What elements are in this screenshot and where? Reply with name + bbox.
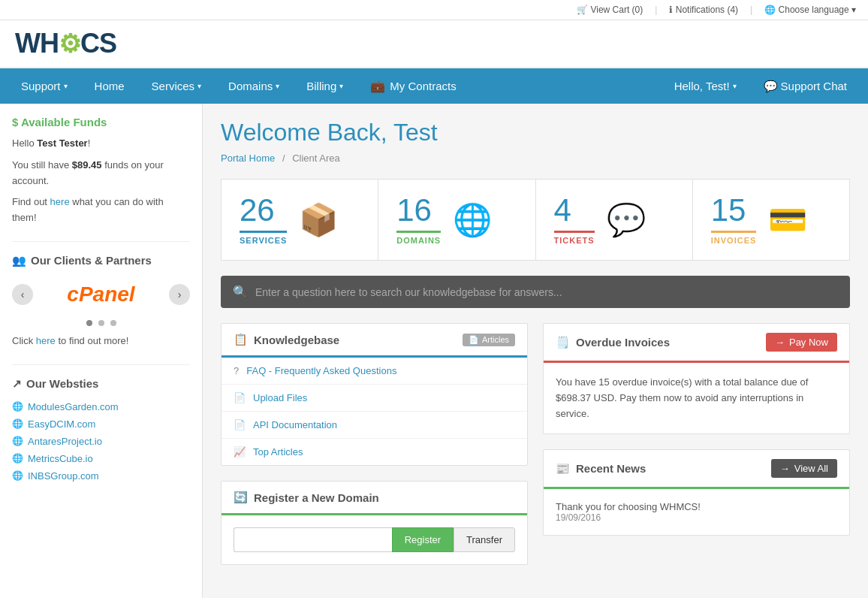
transfer-button[interactable]: Transfer (454, 527, 515, 552)
website-item[interactable]: 🌐 MetricsCube.io (12, 450, 190, 467)
search-input[interactable] (255, 286, 838, 298)
domains-label: DOMAINS (396, 231, 441, 245)
pay-now-button[interactable]: → Pay Now (766, 333, 837, 352)
knowledgebase-header: 📋 Knowledgebase 📄 Articles (222, 324, 527, 358)
partners-here-link[interactable]: here (36, 335, 56, 346)
sidebar-websites-title: ↗ Our Websties (12, 377, 190, 391)
register-button[interactable]: Register (392, 527, 454, 552)
domain-search-input[interactable] (234, 527, 392, 552)
sidebar-funds-section: $ Available Funds Hello Test Tester! You… (12, 116, 190, 226)
chat-icon: 💬 (764, 80, 778, 93)
funds-here-link[interactable]: here (50, 196, 70, 207)
recent-news-card: 📰 Recent News → View All Thank you for c… (543, 449, 850, 536)
top-bar: 🛒 View Cart (0) | ℹ Notifications (4) | … (0, 0, 868, 20)
domains-dropdown-icon: ▾ (276, 82, 279, 90)
faq-icon: ? (234, 365, 239, 376)
domain-form: Register Transfer (222, 515, 527, 564)
main-content: Welcome Back, Test Portal Home / Client … (203, 104, 868, 598)
sidebar-partners-title: 👥 Our Clients & Partners (12, 254, 190, 267)
breadcrumb-portal-home[interactable]: Portal Home (221, 153, 275, 164)
domain-icon: 🔄 (234, 491, 248, 504)
right-column: 🗒️ Overdue Invoices → Pay Now You have 1… (543, 323, 850, 580)
user-dropdown-icon: ▾ (733, 82, 737, 90)
notifications-link[interactable]: ℹ Notifications (4) (669, 5, 738, 15)
search-icon: 🔍 (233, 285, 248, 299)
nav-services[interactable]: Services ▾ (138, 68, 215, 104)
partners-carousel: ‹ cPanel › (12, 275, 190, 314)
nav-billing[interactable]: Billing ▾ (293, 68, 357, 104)
nav-support[interactable]: Support ▾ (8, 68, 81, 104)
sidebar-websites-section: ↗ Our Websties 🌐 ModulesGarden.com 🌐 Eas… (12, 377, 190, 485)
nav-domains[interactable]: Domains ▾ (215, 68, 293, 104)
logo-text-cs: CS (80, 28, 116, 59)
carousel-next-button[interactable]: › (169, 284, 190, 305)
domains-icon: 🌐 (453, 201, 492, 238)
cpanel-logo: cPanel (33, 282, 169, 307)
website-item[interactable]: 🌐 AntaresProject.io (12, 433, 190, 450)
news-icon: 📰 (556, 462, 570, 476)
search-bar: 🔍 (221, 276, 850, 308)
cart-link[interactable]: 🛒 View Cart (0) (577, 5, 643, 15)
globe-icon-3: 🌐 (12, 436, 23, 446)
overdue-invoices-card: 🗒️ Overdue Invoices → Pay Now You have 1… (543, 323, 850, 434)
breadcrumb: Portal Home / Client Area (221, 153, 850, 164)
sidebar-partners-section: 👥 Our Clients & Partners ‹ cPanel › Clic… (12, 254, 190, 349)
website-item[interactable]: 🌐 INBSGroup.com (12, 467, 190, 485)
carousel-dot-2 (98, 320, 104, 326)
news-header: 📰 Recent News → View All (544, 450, 849, 489)
nav-user[interactable]: Hello, Test! ▾ (661, 69, 750, 103)
globe-icon-1: 🌐 (12, 401, 23, 412)
page-title: Welcome Back, Test (221, 119, 850, 146)
sidebar-funds-text: You still have $89.45 funds on your acco… (12, 158, 190, 189)
sidebar-find-out: Find out here what you can do with them! (12, 195, 190, 226)
kb-top-articles[interactable]: 📈 Top Articles (222, 439, 527, 465)
domain-register-header: 🔄 Register a New Domain (222, 482, 527, 515)
tickets-icon: 💬 (607, 201, 646, 238)
api-icon: 📄 (234, 419, 246, 430)
website-item[interactable]: 🌐 EasyDCIM.com (12, 415, 190, 433)
stat-services[interactable]: 26 SERVICES 📦 (222, 180, 378, 260)
website-item[interactable]: 🌐 ModulesGarden.com (12, 398, 190, 415)
stat-domains[interactable]: 16 DOMAINS 🌐 (378, 180, 535, 260)
main-layout: $ Available Funds Hello Test Tester! You… (0, 104, 868, 598)
invoices-label: INVOICES (711, 231, 757, 245)
news-item-1: Thank you for choosing WHMCS! 19/09/2016 (544, 489, 849, 535)
carousel-dot-3 (110, 320, 116, 326)
arrow-right-icon: → (775, 337, 785, 348)
globe-icon-5: 🌐 (12, 470, 23, 481)
stats-row: 26 SERVICES 📦 16 DOMAINS 🌐 4 TICKETS 💬 (221, 179, 850, 261)
sidebar-divider-1 (12, 241, 190, 242)
sidebar-click-here: Click here to find out more! (12, 334, 190, 349)
carousel-dots (12, 320, 190, 326)
services-dropdown-icon: ▾ (197, 82, 201, 90)
nav-contracts[interactable]: 💼 My Contracts (357, 68, 469, 104)
invoice-icon: 🗒️ (556, 336, 570, 349)
kb-faq[interactable]: ? FAQ - Frequently Asked Questions (222, 358, 527, 385)
external-link-icon: ↗ (12, 377, 22, 391)
view-all-news-button[interactable]: → View All (771, 459, 837, 478)
carousel-prev-button[interactable]: ‹ (12, 284, 33, 305)
stat-tickets[interactable]: 4 TICKETS 💬 (536, 180, 693, 260)
services-count: 26 (240, 195, 287, 226)
domains-count: 16 (396, 195, 441, 226)
articles-badge: 📄 Articles (463, 334, 515, 346)
tickets-count: 4 (554, 195, 595, 226)
trending-icon: 📈 (234, 446, 246, 458)
nav-support-chat[interactable]: 💬 Support Chat (750, 69, 860, 104)
article-icon: 📄 (469, 335, 479, 345)
domain-register-card: 🔄 Register a New Domain Register Transfe… (221, 481, 528, 565)
logo-gear-icon: ⚙ (59, 29, 80, 59)
overdue-text: You have 15 overdue invoice(s) with a to… (544, 363, 849, 433)
support-dropdown-icon: ▾ (64, 82, 68, 90)
globe-icon-4: 🌐 (12, 453, 23, 464)
language-selector[interactable]: 🌐 Choose language ▾ (764, 5, 856, 15)
stat-invoices[interactable]: 15 INVOICES 💳 (693, 180, 849, 260)
services-label: SERVICES (240, 231, 287, 245)
invoices-count: 15 (711, 195, 757, 226)
nav-home[interactable]: Home (81, 68, 138, 104)
kb-api[interactable]: 📄 API Documentation (222, 412, 527, 439)
kb-upload[interactable]: 📄 Upload Files (222, 385, 527, 412)
briefcase-icon: 💼 (370, 79, 385, 93)
tickets-label: TICKETS (554, 231, 595, 245)
breadcrumb-current: Client Area (292, 153, 340, 164)
